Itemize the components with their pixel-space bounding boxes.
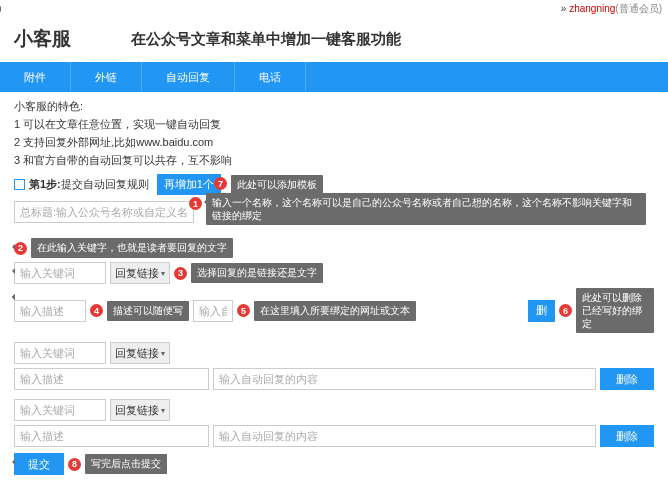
badge-6: 6 [559,304,572,317]
header: 小客服 在公众号文章和菜单中增加一键客服功能 [0,18,668,62]
intro-line-2: 2 支持回复外部网址,比如www.baidu.com [14,134,654,150]
rule-group-2: 回复链接 ▾ 删除 [14,337,654,390]
badge-5: 5 [237,304,250,317]
add-button-label: 再增加1个 [164,178,214,190]
step-row: 第1步: 提交自动回复规则 再增加1个 7 此处可以添加模板 [14,174,654,195]
tip-8: 写完后点击提交 [85,454,167,474]
badge-2: 2 [14,242,27,255]
badge-3: 3 [174,267,187,280]
badge-4: 4 [90,304,103,317]
reply-type-select-1[interactable]: 回复链接 ▾ [110,262,170,284]
nav-auto-reply[interactable]: 自动回复 [142,62,235,92]
delete-button-1[interactable]: 删 [528,300,555,322]
topbar-prefix: » [561,3,569,14]
auto-reply-input-2[interactable] [213,368,596,390]
delete-label: 删 [536,304,547,316]
keyword-input-1[interactable] [14,262,106,284]
slogan: 在公众号文章和菜单中增加一键客服功能 [131,30,401,49]
keyword-input-2[interactable] [14,342,106,364]
select-label: 回复链接 [115,346,159,361]
tip-2: 在此输入关键字，也就是读者要回复的文字 [31,238,233,258]
add-template-button[interactable]: 再增加1个 7 [157,174,221,195]
chevron-down-icon: ▾ [161,406,165,415]
tip-6: 此处可以删除已经写好的绑定 [576,288,654,333]
step-prefix: 第1步: [29,177,61,192]
member-type: (普通会员) [615,3,662,14]
desc-input-3[interactable] [14,425,209,447]
badge-8: 8 [68,458,81,471]
title-row: 1 输入一个名称，这个名称可以是自己的公众号名称或者自己想的名称，这个名称不影响… [14,201,654,223]
desc-input-2[interactable] [14,368,209,390]
delete-button-2[interactable]: 删除 [600,368,654,390]
content: 小客服的特色: 1 可以在文章任意位置，实现一键自动回复 2 支持回复外部网址,… [0,92,668,485]
reply-type-select-3[interactable]: 回复链接 ▾ [110,399,170,421]
tip-4: 描述可以随便写 [107,301,189,321]
intro-line-3: 3 和官方自带的自动回复可以共存，互不影响 [14,152,654,168]
desc-input-1[interactable] [14,300,86,322]
topbar: » zhangning(普通会员) [0,0,668,18]
submit-button[interactable]: 提交 [14,453,64,475]
nav-bar: 附件 外链 自动回复 电话 [0,62,668,92]
delete-button-3[interactable]: 删除 [600,425,654,447]
title-input[interactable] [14,201,194,223]
tip-5: 在这里填入所要绑定的网址或文本 [254,301,416,321]
tip-7: 此处可以添加模板 [231,175,323,195]
auto-reply-input-1[interactable] [193,300,233,322]
tip-3: 选择回复的是链接还是文字 [191,263,323,283]
keyword-input-3[interactable] [14,399,106,421]
step-icon [14,179,25,190]
chevron-down-icon: ▾ [161,349,165,358]
badge-7: 7 [214,177,227,190]
auto-reply-input-3[interactable] [213,425,596,447]
intro-title: 小客服的特色: [14,98,654,114]
reply-type-select-2[interactable]: 回复链接 ▾ [110,342,170,364]
step-text: 提交自动回复规则 [61,177,149,192]
intro-line-1: 1 可以在文章任意位置，实现一键自动回复 [14,116,654,132]
tip-1: 输入一个名称，这个名称可以是自己的公众号名称或者自己想的名称，这个名称不影响关键… [206,193,646,225]
logo: 小客服 [14,26,71,52]
select-label: 回复链接 [115,403,159,418]
rule-group-1: 2 在此输入关键字，也就是读者要回复的文字 回复链接 ▾ 3 选择回复的是链接还… [14,227,654,333]
username[interactable]: zhangning [569,3,615,14]
nav-attachment[interactable]: 附件 [0,62,71,92]
chevron-down-icon: ▾ [161,269,165,278]
select-label: 回复链接 [115,266,159,281]
nav-external-link[interactable]: 外链 [71,62,142,92]
nav-phone[interactable]: 电话 [235,62,306,92]
rule-group-3: 回复链接 ▾ 删除 [14,394,654,447]
